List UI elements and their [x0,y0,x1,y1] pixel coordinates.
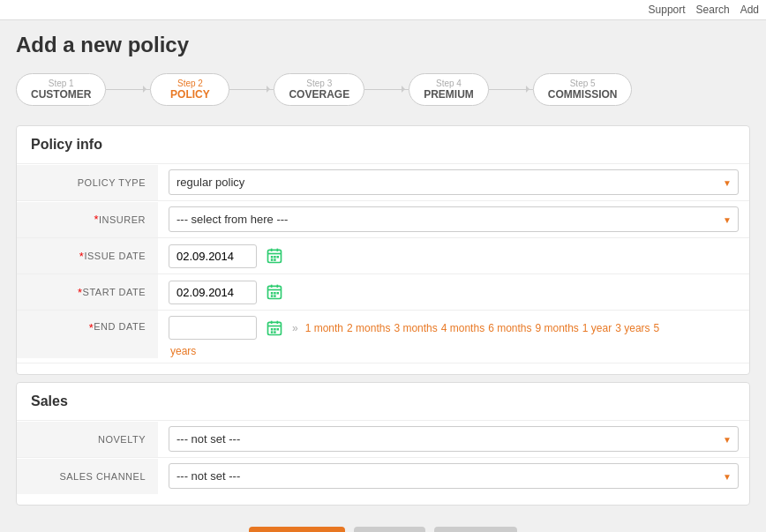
issue-date-row: ISSUE DATE [17,238,749,274]
start-date-input[interactable] [169,281,257,304]
step-connector-2 [229,89,274,90]
policy-type-content: regular policy group policy [158,164,749,200]
novelty-row: NOVELTY --- not set --- [17,421,749,458]
insurer-select-wrapper: --- select from here --- [169,206,739,232]
policy-type-select[interactable]: regular policy group policy [169,169,739,195]
step-3-label: Step 3 [289,79,349,88]
novelty-select-wrapper: --- not set --- [169,426,739,452]
step-3[interactable]: Step 3 COVERAGE [274,73,364,106]
quick-link-4months[interactable]: 4 months [441,322,484,334]
page-title: Add a new policy [0,20,766,66]
step-2-box[interactable]: Step 2 POLICY [150,73,229,106]
step-4-name: PREMIUM [424,88,474,101]
insurer-row: INSURER --- select from here --- [17,201,749,238]
continue-button[interactable]: Continue [249,527,345,532]
svg-rect-17 [274,295,276,297]
step-2-name: POLICY [165,88,214,101]
end-date-calendar-icon[interactable] [264,318,285,339]
step-4-label: Step 4 [424,79,474,88]
step-1[interactable]: Step 1 CUSTOMER [16,73,106,106]
novelty-content: --- not set --- [158,421,749,457]
sales-channel-row: SALES CHANNEL --- not set --- [17,458,749,494]
end-date-content: » 1 month 2 months 3 months 4 months 6 m… [158,311,749,363]
issue-date-calendar-icon[interactable] [264,245,285,266]
issue-date-content [158,239,749,273]
step-3-box[interactable]: Step 3 COVERAGE [274,73,364,106]
svg-rect-24 [277,328,280,331]
sales-channel-select[interactable]: --- not set --- [169,463,739,489]
step-4-box[interactable]: Step 4 PREMIUM [409,73,489,106]
step-1-name: CUSTOMER [31,88,91,101]
svg-rect-14 [274,292,276,295]
step-5[interactable]: Step 5 COMMISSION [533,73,633,106]
svg-rect-25 [271,331,274,333]
svg-rect-22 [271,328,274,331]
quick-link-1month[interactable]: 1 month [305,322,343,334]
svg-rect-6 [277,256,280,259]
svg-rect-16 [271,295,274,297]
sales-section: Sales NOVELTY --- not set --- SALES CHAN… [16,382,750,506]
svg-rect-7 [271,259,274,261]
svg-rect-15 [277,292,280,295]
end-date-row: END DATE [17,311,749,363]
policy-type-row: POLICY TYPE regular policy group policy [17,164,749,201]
step-1-label: Step 1 [31,79,91,88]
quick-link-5[interactable]: 5 [654,322,660,334]
start-date-content [158,275,749,310]
quick-links-arrow: » [292,322,298,334]
step-5-label: Step 5 [548,79,618,88]
step-3-name: COVERAGE [289,88,349,101]
step-connector-4 [489,89,533,90]
novelty-select[interactable]: --- not set --- [169,426,739,452]
svg-rect-26 [274,331,276,333]
quick-link-3years[interactable]: 3 years [615,322,650,334]
support-link[interactable]: Support [649,4,686,16]
issue-date-input[interactable] [169,244,257,268]
step-connector-1 [106,89,150,90]
step-2[interactable]: Step 2 POLICY [150,73,229,106]
top-bar: Support Search Add [0,0,766,20]
sales-title: Sales [17,383,749,421]
actions-bar: Continue Back Cancel [0,513,766,532]
back-button[interactable]: Back [354,527,425,532]
insurer-select[interactable]: --- select from here --- [169,206,739,232]
svg-rect-4 [271,256,274,259]
sales-channel-content: --- not set --- [158,458,749,494]
end-date-quick-links: » 1 month 2 months 3 months 4 months 6 m… [292,322,659,334]
end-date-input[interactable] [169,316,257,340]
start-date-row: START DATE [17,274,749,311]
policy-info-section: Policy info POLICY TYPE regular policy g… [16,125,750,375]
years-row: years [169,345,739,357]
search-link[interactable]: Search [696,4,730,16]
step-connector-3 [364,89,409,90]
step-5-box[interactable]: Step 5 COMMISSION [533,73,633,106]
policy-info-title: Policy info [17,126,749,164]
svg-rect-5 [274,256,276,259]
end-date-label: END DATE [17,311,158,358]
step-5-name: COMMISSION [548,88,618,101]
novelty-label: NOVELTY [17,422,158,457]
policy-type-label: POLICY TYPE [17,165,158,200]
step-4[interactable]: Step 4 PREMIUM [409,73,489,106]
stepper: Step 1 CUSTOMER Step 2 POLICY Step 3 COV… [0,66,766,118]
insurer-content: --- select from here --- [158,201,749,237]
svg-rect-13 [271,292,274,295]
policy-type-select-wrapper: regular policy group policy [169,169,739,195]
step-2-label: Step 2 [165,79,214,88]
step-1-box[interactable]: Step 1 CUSTOMER [16,73,106,106]
quick-link-1year[interactable]: 1 year [582,322,612,334]
issue-date-label: ISSUE DATE [17,238,158,273]
sales-channel-label: SALES CHANNEL [17,459,158,494]
start-date-calendar-icon[interactable] [264,281,285,303]
quick-link-3months[interactable]: 3 months [394,322,437,334]
cancel-button[interactable]: Cancel [434,527,517,532]
sales-channel-select-wrapper: --- not set --- [169,463,739,489]
quick-link-2months[interactable]: 2 months [347,322,390,334]
start-date-label: START DATE [17,274,158,310]
svg-rect-8 [274,259,276,261]
quick-link-6months[interactable]: 6 months [488,322,531,334]
svg-rect-23 [274,328,276,331]
insurer-label: INSURER [17,202,158,237]
add-link[interactable]: Add [740,4,759,16]
quick-link-9months[interactable]: 9 months [535,322,578,334]
